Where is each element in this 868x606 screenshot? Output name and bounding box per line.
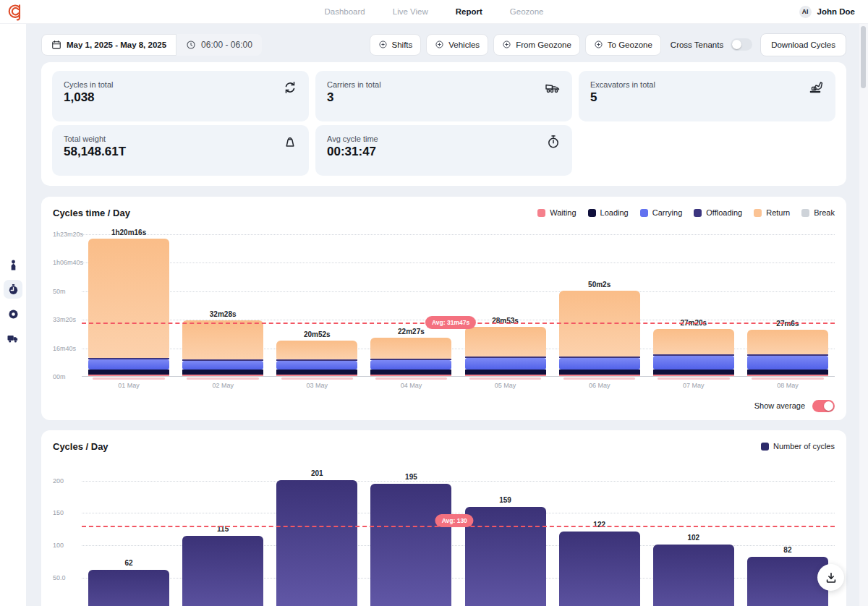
add-from-geozone-filter-button[interactable]: From Geozone [493,34,580,56]
ai-badge[interactable]: AI [799,6,812,18]
calendar-icon [51,40,61,50]
weight-icon [283,135,297,149]
bar-segment-waiting[interactable] [276,375,357,376]
legend-item-loading[interactable]: Loading [588,208,629,217]
bar-segment-return[interactable] [747,330,828,354]
bar-segment-return[interactable] [88,239,169,358]
sidebar-item-operator[interactable] [4,255,22,274]
legend-item-break[interactable]: Break [801,208,835,217]
legend-swatch [588,209,596,217]
bar-segment-waiting[interactable] [370,375,451,376]
sidebar-item-vehicles[interactable] [4,329,22,348]
bar-segment-loading[interactable] [370,370,451,375]
bar-segment-offloading[interactable] [276,359,357,361]
bar-value-label: 201 [269,469,365,477]
user-menu[interactable]: John Doe [817,7,855,16]
plus-circle-icon [502,40,511,49]
gridline [82,263,835,263]
gridline [82,234,835,235]
bar-segment-carrying[interactable] [465,358,546,370]
scrollbar-track[interactable] [859,24,868,606]
cycles-bar[interactable] [182,536,263,606]
legend-item-waiting[interactable]: Waiting [537,208,576,217]
bar-segment-offloading[interactable] [747,354,828,356]
bar-under-shadow [658,377,729,380]
legend-item-number-of-cycles[interactable]: Number of cycles [761,442,835,451]
bar-segment-carrying[interactable] [747,356,828,370]
bar-segment-loading[interactable] [88,370,169,375]
bar-segment-waiting[interactable] [653,375,734,376]
report-page: Dashboard Live View Report Geozone AI Jo… [0,0,868,606]
bar-segment-offloading[interactable] [559,357,640,358]
bar-segment-carrying[interactable] [182,361,263,370]
bar-segment-waiting[interactable] [182,375,263,376]
add-to-geozone-filter-button[interactable]: To Geozone [585,34,661,56]
bar-segment-carrying[interactable] [88,359,169,370]
legend-label: Carrying [652,208,683,217]
sidebar-item-geozone[interactable] [4,304,22,323]
legend-item-offloading[interactable]: Offloading [694,208,742,217]
nav-live-view[interactable]: Live View [393,7,428,16]
cycles-bar[interactable] [559,532,640,606]
bar-segment-waiting[interactable] [747,375,828,376]
bar-segment-loading[interactable] [182,370,263,375]
stat-value: 3 [327,90,561,105]
bar-segment-loading[interactable] [747,370,828,375]
y-tick-label: 00m [53,373,80,380]
bar-segment-waiting[interactable] [559,375,640,376]
bar-segment-offloading[interactable] [465,357,546,358]
average-pill: Avg: 130 [435,514,474,527]
bar-segment-carrying[interactable] [370,360,451,370]
sidebar-item-cycle-times[interactable] [4,280,22,299]
bar-value-label: 159 [457,496,553,504]
bar-segment-carrying[interactable] [653,356,734,370]
cross-tenants-toggle[interactable] [731,38,752,51]
nav-geozone[interactable]: Geozone [510,7,544,16]
cycles-bar[interactable] [653,545,734,606]
show-average-toggle[interactable] [812,400,835,412]
bar-segment-carrying[interactable] [276,361,357,370]
bar-segment-waiting[interactable] [465,375,546,376]
cycles-time-chart-panel: Cycles time / Day WaitingLoadingCarrying… [41,197,846,420]
cycles-per-day-chart-panel: Cycles / Day Number of cycles 2001501005… [41,430,846,606]
bar-segment-waiting[interactable] [88,375,169,376]
legend-item-return[interactable]: Return [754,208,790,217]
bar-segment-return[interactable] [465,327,546,357]
bar-segment-return[interactable] [182,320,263,359]
cycles-bar[interactable] [276,480,357,606]
bar-segment-return[interactable] [653,329,734,354]
cycles-bar[interactable] [465,507,546,606]
stat-label: Cycles in total [64,80,297,89]
nav-report[interactable]: Report [456,7,482,16]
bar-segment-offloading[interactable] [182,359,263,361]
time-range-picker[interactable]: 06:00 - 06:00 [176,34,262,56]
bar-segment-loading[interactable] [653,370,734,375]
download-chart-button[interactable] [817,564,844,591]
legend-label: Loading [600,208,629,217]
date-range-picker[interactable]: May 1, 2025 - May 8, 2025 [41,34,176,56]
bar-under-shadow [187,377,258,380]
bar-segment-offloading[interactable] [653,354,734,356]
bar-segment-carrying[interactable] [559,358,640,370]
nav-dashboard[interactable]: Dashboard [324,7,365,16]
cycles-bar[interactable] [747,557,828,606]
legend-label: Number of cycles [773,442,835,451]
bar-segment-loading[interactable] [559,370,640,375]
legend-item-carrying[interactable]: Carrying [640,208,683,217]
bar-segment-return[interactable] [276,341,357,359]
gridline [82,291,835,292]
scrollbar-thumb[interactable] [861,26,866,88]
add-shifts-filter-button[interactable]: Shifts [370,34,422,56]
bar-segment-loading[interactable] [465,370,546,375]
cycles-bar[interactable] [88,570,169,606]
bar-segment-offloading[interactable] [370,359,451,360]
bar-segment-return[interactable] [370,338,451,359]
stat-label: Carriers in total [327,80,561,89]
download-cycles-button[interactable]: Download Cycles [760,33,846,56]
main-content: May 1, 2025 - May 8, 2025 06:00 - 06:00 … [26,24,868,606]
bar-segment-loading[interactable] [276,370,357,375]
cycles-per-day-plot: 20015010050.06211520119515912210282Avg: … [82,468,835,606]
cycles-bar[interactable] [370,484,451,606]
add-vehicles-filter-button[interactable]: Vehicles [426,34,488,56]
bar-segment-offloading[interactable] [88,358,169,359]
